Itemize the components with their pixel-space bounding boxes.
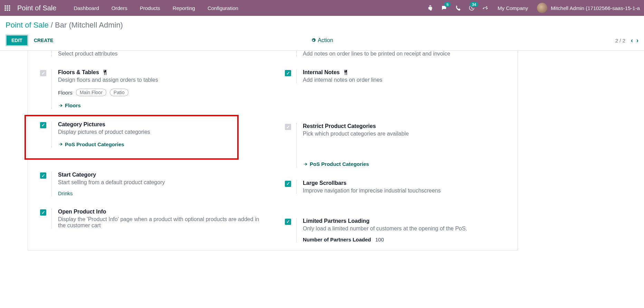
left-column: Product Configurator Select product attr…	[28, 51, 273, 250]
nav-products[interactable]: Products	[134, 0, 166, 16]
pager-arrows: ‹ ›	[631, 37, 638, 44]
desc-start-category: Start selling from a default product cat…	[58, 179, 266, 186]
pager-text: 2 / 2	[615, 38, 625, 43]
desc-large-scrollbars: Improve navigation for imprecise industr…	[303, 188, 511, 194]
svg-rect-6	[5, 10, 6, 11]
num-partners-value: 100	[375, 237, 384, 242]
svg-rect-2	[9, 6, 10, 7]
svg-rect-5	[9, 8, 10, 9]
messaging-icon[interactable]: 5	[438, 0, 451, 16]
main-navbar: Point of Sale Dashboard Orders Products …	[0, 0, 644, 16]
svg-rect-4	[7, 8, 8, 9]
checkbox-open-product-info[interactable]	[40, 209, 46, 216]
checkbox-category-pictures[interactable]	[40, 122, 46, 128]
breadcrumb-bar: Point of Sale / Bar (Mitchell Admin)	[0, 16, 644, 30]
setting-customer-notes: Customer Notes Add notes on order lines …	[280, 51, 511, 64]
restaurant-icon	[343, 69, 349, 76]
nav-configuration[interactable]: Configuration	[201, 0, 244, 16]
setting-internal-notes: Internal Notes Add internal notes on ord…	[280, 64, 511, 91]
breadcrumb-sep: /	[51, 21, 55, 29]
breadcrumb: Point of Sale / Bar (Mitchell Admin)	[6, 21, 638, 30]
nav-orders[interactable]: Orders	[105, 0, 134, 16]
svg-rect-8	[9, 10, 10, 11]
checkbox-limited-partners[interactable]	[285, 219, 291, 225]
desc-internal-notes: Add internal notes on order lines	[303, 77, 511, 83]
desc-limited-partners: Only load a limited number of customers …	[303, 226, 511, 232]
action-label: Action	[318, 37, 333, 43]
apps-icon[interactable]	[2, 3, 12, 13]
title-large-scrollbars: Large Scrollbars	[303, 180, 511, 186]
activity-badge: 34	[470, 2, 478, 7]
title-start-category: Start Category	[58, 172, 266, 178]
link-pos-categories-right[interactable]: PoS Product Categories	[303, 161, 369, 167]
title-open-product-info: Open Product Info	[58, 209, 266, 215]
nav-reporting[interactable]: Reporting	[166, 0, 201, 16]
right-column: Customer Notes Add notes on order lines …	[273, 51, 518, 250]
svg-rect-1	[7, 6, 8, 7]
setting-floors-tables: Floors & Tables Design floors and assign…	[35, 64, 266, 117]
company-selector[interactable]: My Company	[493, 5, 533, 11]
phone-icon[interactable]	[451, 0, 464, 16]
pager-prev[interactable]: ‹	[631, 37, 633, 44]
desc-restrict-categories: Pick which product categories are availa…	[303, 131, 511, 137]
desc-product-configurator: Select product attributes	[58, 51, 266, 57]
pager-wrap: 2 / 2 ‹ ›	[615, 37, 638, 44]
link-pos-categories-left[interactable]: PoS Product Categories	[58, 141, 124, 147]
desc-category-pictures: Display pictures of product categories	[58, 129, 266, 135]
checkbox-start-category[interactable]	[40, 172, 46, 179]
user-menu[interactable]: Mitchell Admin (17102566-saas-15-1-a	[534, 3, 642, 13]
restaurant-icon	[102, 69, 108, 76]
breadcrumb-root[interactable]: Point of Sale	[6, 21, 49, 29]
setting-open-product-info: Open Product Info Display the 'Product I…	[35, 204, 266, 236]
setting-large-scrollbars: Large Scrollbars Improve navigation for …	[280, 175, 511, 201]
checkbox-floors-tables[interactable]	[40, 70, 46, 76]
action-menu[interactable]: Action	[311, 37, 333, 43]
desc-customer-notes: Add notes on order lines to be printed o…	[303, 51, 511, 57]
setting-start-category: Start Category Start selling from a defa…	[35, 155, 266, 204]
desc-floors-tables: Design floors and assign orders to table…	[58, 77, 266, 83]
link-floors[interactable]: Floors	[58, 102, 81, 108]
desc-open-product-info: Display the 'Product Info' page when a p…	[58, 216, 266, 229]
checkbox-restrict-categories[interactable]	[285, 124, 291, 130]
nav-dashboard[interactable]: Dashboard	[67, 0, 105, 16]
avatar	[537, 3, 547, 13]
pill-main-floor[interactable]: Main Floor	[76, 89, 106, 96]
create-button[interactable]: Create	[28, 36, 59, 45]
pill-patio[interactable]: Patio	[110, 89, 128, 96]
content-scroll[interactable]: Product Configurator Select product attr…	[0, 51, 644, 306]
activity-icon[interactable]: 34	[465, 0, 478, 16]
edit-button[interactable]: Edit	[6, 34, 28, 46]
setting-category-pictures: Category Pictures Display pictures of pr…	[35, 117, 266, 156]
breadcrumb-current: Bar (Mitchell Admin)	[55, 21, 123, 29]
title-restrict-categories: Restrict Product Categories	[303, 123, 511, 129]
checkbox-large-scrollbars[interactable]	[285, 181, 291, 187]
title-floors-tables: Floors & Tables	[58, 69, 99, 76]
value-start-category[interactable]: Drinks	[58, 190, 266, 196]
messaging-badge: 5	[444, 2, 451, 7]
setting-limited-partners: Limited Partners Loading Only load a lim…	[280, 201, 511, 250]
form-sheet: Product Configurator Select product attr…	[28, 51, 518, 250]
setting-restrict-categories: Restrict Product Categories Pick which p…	[280, 91, 511, 175]
control-bar: Edit Create Action 2 / 2 ‹ ›	[0, 30, 644, 51]
num-partners-label: Number of Partners Loaded	[303, 237, 371, 242]
floors-label: Floors	[58, 90, 73, 96]
user-name: Mitchell Admin (17102566-saas-15-1-a	[551, 5, 640, 11]
nav-menu: Dashboard Orders Products Reporting Conf…	[67, 0, 244, 16]
app-brand[interactable]: Point of Sale	[17, 4, 56, 12]
nav-right: 5 34 My Company Mitchell Admin (17102566…	[424, 0, 642, 16]
title-category-pictures: Category Pictures	[58, 121, 266, 128]
title-internal-notes: Internal Notes	[303, 69, 340, 76]
checkbox-internal-notes[interactable]	[285, 70, 291, 76]
svg-rect-0	[5, 6, 6, 7]
pager-next[interactable]: ›	[636, 37, 638, 44]
svg-rect-7	[7, 10, 8, 11]
tools-icon[interactable]	[479, 0, 492, 16]
setting-product-configurator: Product Configurator Select product attr…	[35, 51, 266, 64]
svg-rect-3	[5, 8, 6, 9]
debug-icon[interactable]	[424, 0, 437, 16]
title-limited-partners: Limited Partners Loading	[303, 218, 511, 224]
